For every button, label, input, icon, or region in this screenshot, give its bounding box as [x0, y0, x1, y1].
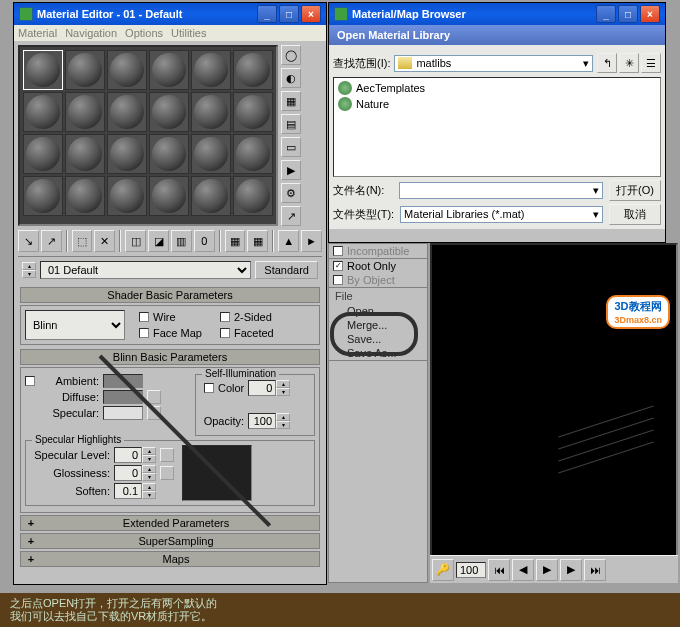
sample-slot[interactable]	[107, 92, 147, 132]
close-button[interactable]: ×	[301, 5, 321, 23]
sample-slot[interactable]	[107, 176, 147, 216]
diffuse-color[interactable]	[103, 390, 143, 404]
menu-options[interactable]: Options	[125, 27, 163, 39]
background-icon[interactable]: ▦	[281, 91, 301, 111]
uv-tile-icon[interactable]: ▤	[281, 114, 301, 134]
sample-slot[interactable]	[233, 50, 273, 90]
play-btn[interactable]: ▶	[536, 559, 558, 581]
ambient-color[interactable]	[103, 374, 143, 388]
close-button[interactable]: ×	[640, 5, 660, 23]
select-by-mat-icon[interactable]: ↗	[281, 206, 301, 226]
shader-select[interactable]: Blinn	[25, 310, 125, 340]
pick-icon[interactable]: ▴▾	[22, 262, 36, 278]
sample-slot[interactable]	[23, 176, 63, 216]
open-button[interactable]: 打开(O)	[609, 180, 661, 201]
opacity-value[interactable]	[248, 413, 276, 429]
specular-color[interactable]	[103, 406, 143, 420]
material-name-select[interactable]: 01 Default	[40, 261, 251, 279]
play-end[interactable]: ⏭	[584, 559, 606, 581]
sample-slot[interactable]	[23, 134, 63, 174]
filename-input[interactable]: ▾	[399, 182, 603, 199]
rollout-supersampling[interactable]: +SuperSampling	[20, 533, 320, 549]
put-to-scene-icon[interactable]: ↗	[41, 230, 62, 252]
preview-icon[interactable]: ▶	[281, 160, 301, 180]
spec-level-map[interactable]	[160, 448, 174, 462]
minimize-button[interactable]: _	[257, 5, 277, 23]
reset-icon[interactable]: ✕	[94, 230, 115, 252]
rollout-shader-basic[interactable]: Shader Basic Parameters	[20, 287, 320, 303]
play-prev[interactable]: ◀	[512, 559, 534, 581]
sample-slot[interactable]	[191, 176, 231, 216]
key-toggle[interactable]: 🔑	[432, 559, 454, 581]
menu-utilities[interactable]: Utilities	[171, 27, 206, 39]
sample-type-icon[interactable]: ◯	[281, 45, 301, 65]
file-list[interactable]: AecTemplates Nature	[333, 77, 661, 177]
sample-slot[interactable]	[65, 92, 105, 132]
spec-level[interactable]	[114, 447, 142, 463]
sample-slot[interactable]	[191, 134, 231, 174]
assign-icon[interactable]: ⬚	[72, 230, 93, 252]
selfillum-checkbox[interactable]	[204, 383, 214, 393]
twosided-checkbox[interactable]	[220, 312, 230, 322]
root-only-checkbox[interactable]: ✓	[333, 261, 343, 271]
make-copy-icon[interactable]: ◫	[125, 230, 146, 252]
up-folder-icon[interactable]: ↰	[597, 53, 617, 73]
play-next[interactable]: ▶	[560, 559, 582, 581]
rollout-blinn-basic[interactable]: Blinn Basic Parameters	[20, 349, 320, 365]
file-merge[interactable]: Merge...	[329, 318, 427, 332]
wire-checkbox[interactable]	[139, 312, 149, 322]
filetype-select[interactable]: Material Libraries (*.mat)▾	[400, 206, 603, 223]
make-unique-icon[interactable]: ◪	[148, 230, 169, 252]
menu-material[interactable]: Material	[18, 27, 57, 39]
lookin-dropdown[interactable]: matlibs ▾	[394, 55, 593, 72]
file-item[interactable]: AecTemplates	[336, 80, 658, 96]
diffuse-map-icon[interactable]	[147, 390, 161, 404]
options-icon[interactable]: ⚙	[281, 183, 301, 203]
get-material-icon[interactable]: ↘	[18, 230, 39, 252]
faceted-checkbox[interactable]	[220, 328, 230, 338]
show-map-icon[interactable]: ▦	[225, 230, 246, 252]
sample-slot[interactable]	[107, 134, 147, 174]
menu-navigation[interactable]: Navigation	[65, 27, 117, 39]
go-sibling-icon[interactable]: ►	[301, 230, 322, 252]
sample-slot[interactable]	[65, 50, 105, 90]
file-saveas[interactable]: Save As...	[329, 346, 427, 360]
minimize-button[interactable]: _	[596, 5, 616, 23]
sample-slot[interactable]	[149, 92, 189, 132]
specular-map-icon[interactable]	[147, 406, 161, 420]
gloss-map[interactable]	[160, 466, 174, 480]
sample-slot[interactable]	[233, 92, 273, 132]
by-object-checkbox[interactable]	[333, 275, 343, 285]
incompatible-checkbox[interactable]	[333, 246, 343, 256]
rollout-extended[interactable]: +Extended Parameters	[20, 515, 320, 531]
file-open[interactable]: Open...	[329, 304, 427, 318]
viewport[interactable]	[430, 243, 678, 583]
sample-slot[interactable]	[23, 92, 63, 132]
maximize-button[interactable]: □	[279, 5, 299, 23]
rollout-maps[interactable]: +Maps	[20, 551, 320, 567]
sample-slot[interactable]	[65, 134, 105, 174]
gloss-value[interactable]	[114, 465, 142, 481]
sample-slot[interactable]	[191, 50, 231, 90]
material-id-icon[interactable]: 0	[194, 230, 215, 252]
sample-slot[interactable]	[149, 176, 189, 216]
backlight-icon[interactable]: ◐	[281, 68, 301, 88]
maximize-button[interactable]: □	[618, 5, 638, 23]
new-folder-icon[interactable]: ✳	[619, 53, 639, 73]
sample-slot[interactable]	[233, 134, 273, 174]
sample-slot[interactable]	[191, 92, 231, 132]
sample-slot[interactable]	[149, 134, 189, 174]
view-menu-icon[interactable]: ☰	[641, 53, 661, 73]
browser-titlebar[interactable]: Material/Map Browser _ □ ×	[329, 3, 665, 25]
cancel-button[interactable]: 取消	[609, 204, 661, 225]
video-check-icon[interactable]: ▭	[281, 137, 301, 157]
facemap-checkbox[interactable]	[139, 328, 149, 338]
play-start[interactable]: ⏮	[488, 559, 510, 581]
soften-value[interactable]	[114, 483, 142, 499]
sample-slot[interactable]	[23, 50, 63, 90]
sample-slot[interactable]	[149, 50, 189, 90]
sample-slot[interactable]	[65, 176, 105, 216]
show-end-icon[interactable]: ▦	[247, 230, 268, 252]
selfillum-value[interactable]	[248, 380, 276, 396]
frame-input[interactable]	[456, 562, 486, 578]
